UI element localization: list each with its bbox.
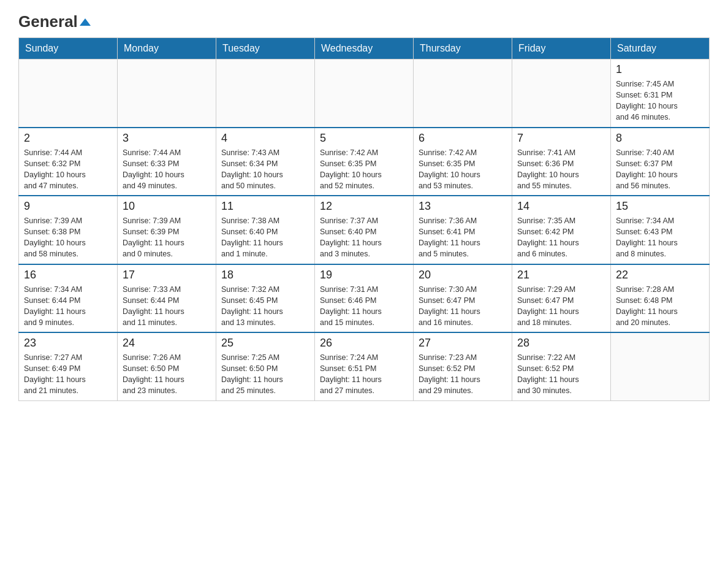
calendar-day-cell [216,59,315,128]
day-info: Sunrise: 7:27 AMSunset: 6:49 PMDaylight:… [24,352,112,397]
calendar-day-cell: 8Sunrise: 7:40 AMSunset: 6:37 PMDaylight… [611,128,710,196]
calendar-day-cell: 12Sunrise: 7:37 AMSunset: 6:40 PMDayligh… [315,196,414,264]
calendar-table: SundayMondayTuesdayWednesdayThursdayFrid… [18,37,710,401]
day-info: Sunrise: 7:23 AMSunset: 6:52 PMDaylight:… [419,352,507,397]
day-info: Sunrise: 7:22 AMSunset: 6:52 PMDaylight:… [517,352,605,397]
day-number: 24 [123,337,211,350]
day-number: 3 [123,132,211,145]
weekday-header-wednesday: Wednesday [315,38,414,59]
calendar-day-cell: 26Sunrise: 7:24 AMSunset: 6:51 PMDayligh… [315,332,414,400]
day-info: Sunrise: 7:29 AMSunset: 6:47 PMDaylight:… [517,284,605,329]
calendar-day-cell: 20Sunrise: 7:30 AMSunset: 6:47 PMDayligh… [414,264,512,333]
day-info: Sunrise: 7:32 AMSunset: 6:45 PMDaylight:… [221,284,309,329]
weekday-header-monday: Monday [118,38,216,59]
day-number: 28 [517,337,605,350]
day-number: 15 [616,200,704,213]
calendar-day-cell: 2Sunrise: 7:44 AMSunset: 6:32 PMDaylight… [19,128,118,196]
calendar-day-cell: 15Sunrise: 7:34 AMSunset: 6:43 PMDayligh… [611,196,710,264]
day-info: Sunrise: 7:39 AMSunset: 6:39 PMDaylight:… [123,215,211,260]
calendar-day-cell: 3Sunrise: 7:44 AMSunset: 6:33 PMDaylight… [118,128,216,196]
day-number: 26 [320,337,408,350]
day-info: Sunrise: 7:42 AMSunset: 6:35 PMDaylight:… [320,147,408,192]
day-info: Sunrise: 7:28 AMSunset: 6:48 PMDaylight:… [616,284,704,329]
day-info: Sunrise: 7:35 AMSunset: 6:42 PMDaylight:… [517,215,605,260]
calendar-day-cell: 22Sunrise: 7:28 AMSunset: 6:48 PMDayligh… [611,264,710,333]
calendar-day-cell: 5Sunrise: 7:42 AMSunset: 6:35 PMDaylight… [315,128,414,196]
day-number: 9 [24,200,112,213]
calendar-day-cell: 18Sunrise: 7:32 AMSunset: 6:45 PMDayligh… [216,264,315,333]
day-number: 25 [221,337,309,350]
page-header: General [18,12,710,31]
calendar-day-cell: 27Sunrise: 7:23 AMSunset: 6:52 PMDayligh… [414,332,512,400]
calendar-day-cell: 13Sunrise: 7:36 AMSunset: 6:41 PMDayligh… [414,196,512,264]
day-number: 1 [616,63,704,76]
day-info: Sunrise: 7:34 AMSunset: 6:43 PMDaylight:… [616,215,704,260]
day-number: 17 [123,269,211,282]
calendar-day-cell [512,59,611,128]
day-number: 20 [419,269,507,282]
day-info: Sunrise: 7:45 AMSunset: 6:31 PMDaylight:… [616,79,704,123]
day-number: 11 [221,200,309,213]
day-number: 13 [419,200,507,213]
logo-general-text: General [18,12,91,31]
calendar-day-cell: 9Sunrise: 7:39 AMSunset: 6:38 PMDaylight… [19,196,118,264]
day-number: 19 [320,269,408,282]
weekday-header-friday: Friday [512,38,611,59]
calendar-day-cell [118,59,216,128]
day-info: Sunrise: 7:30 AMSunset: 6:47 PMDaylight:… [419,284,507,329]
calendar-day-cell: 19Sunrise: 7:31 AMSunset: 6:46 PMDayligh… [315,264,414,333]
weekday-header-thursday: Thursday [414,38,512,59]
weekday-header-saturday: Saturday [611,38,710,59]
day-info: Sunrise: 7:44 AMSunset: 6:33 PMDaylight:… [123,147,211,192]
day-number: 5 [320,132,408,145]
calendar-day-cell: 25Sunrise: 7:25 AMSunset: 6:50 PMDayligh… [216,332,315,400]
calendar-day-cell: 4Sunrise: 7:43 AMSunset: 6:34 PMDaylight… [216,128,315,196]
day-number: 16 [24,269,112,282]
calendar-week-row: 1Sunrise: 7:45 AMSunset: 6:31 PMDaylight… [19,59,710,128]
day-info: Sunrise: 7:38 AMSunset: 6:40 PMDaylight:… [221,215,309,260]
day-info: Sunrise: 7:43 AMSunset: 6:34 PMDaylight:… [221,147,309,192]
calendar-day-cell: 7Sunrise: 7:41 AMSunset: 6:36 PMDaylight… [512,128,611,196]
logo: General [18,12,91,31]
calendar-week-row: 23Sunrise: 7:27 AMSunset: 6:49 PMDayligh… [19,332,710,400]
calendar-day-cell: 17Sunrise: 7:33 AMSunset: 6:44 PMDayligh… [118,264,216,333]
day-number: 22 [616,269,704,282]
day-number: 12 [320,200,408,213]
day-number: 6 [419,132,507,145]
day-number: 21 [517,269,605,282]
calendar-day-cell: 1Sunrise: 7:45 AMSunset: 6:31 PMDaylight… [611,59,710,128]
day-info: Sunrise: 7:33 AMSunset: 6:44 PMDaylight:… [123,284,211,329]
calendar-day-cell: 10Sunrise: 7:39 AMSunset: 6:39 PMDayligh… [118,196,216,264]
calendar-week-row: 9Sunrise: 7:39 AMSunset: 6:38 PMDaylight… [19,196,710,264]
day-number: 27 [419,337,507,350]
calendar-day-cell: 14Sunrise: 7:35 AMSunset: 6:42 PMDayligh… [512,196,611,264]
calendar-week-row: 16Sunrise: 7:34 AMSunset: 6:44 PMDayligh… [19,264,710,333]
calendar-day-cell [19,59,118,128]
day-info: Sunrise: 7:40 AMSunset: 6:37 PMDaylight:… [616,147,704,192]
calendar-day-cell [315,59,414,128]
day-info: Sunrise: 7:42 AMSunset: 6:35 PMDaylight:… [419,147,507,192]
day-number: 23 [24,337,112,350]
day-number: 2 [24,132,112,145]
day-number: 8 [616,132,704,145]
calendar-day-cell: 6Sunrise: 7:42 AMSunset: 6:35 PMDaylight… [414,128,512,196]
calendar-day-cell [611,332,710,400]
day-info: Sunrise: 7:24 AMSunset: 6:51 PMDaylight:… [320,352,408,397]
calendar-day-cell: 28Sunrise: 7:22 AMSunset: 6:52 PMDayligh… [512,332,611,400]
day-info: Sunrise: 7:36 AMSunset: 6:41 PMDaylight:… [419,215,507,260]
day-info: Sunrise: 7:26 AMSunset: 6:50 PMDaylight:… [123,352,211,397]
day-info: Sunrise: 7:39 AMSunset: 6:38 PMDaylight:… [24,215,112,260]
day-number: 14 [517,200,605,213]
day-number: 18 [221,269,309,282]
day-number: 4 [221,132,309,145]
weekday-header-row: SundayMondayTuesdayWednesdayThursdayFrid… [19,38,710,59]
weekday-header-sunday: Sunday [19,38,118,59]
calendar-day-cell [414,59,512,128]
day-number: 7 [517,132,605,145]
day-number: 10 [123,200,211,213]
day-info: Sunrise: 7:44 AMSunset: 6:32 PMDaylight:… [24,147,112,192]
day-info: Sunrise: 7:34 AMSunset: 6:44 PMDaylight:… [24,284,112,329]
day-info: Sunrise: 7:37 AMSunset: 6:40 PMDaylight:… [320,215,408,260]
calendar-day-cell: 23Sunrise: 7:27 AMSunset: 6:49 PMDayligh… [19,332,118,400]
calendar-day-cell: 24Sunrise: 7:26 AMSunset: 6:50 PMDayligh… [118,332,216,400]
